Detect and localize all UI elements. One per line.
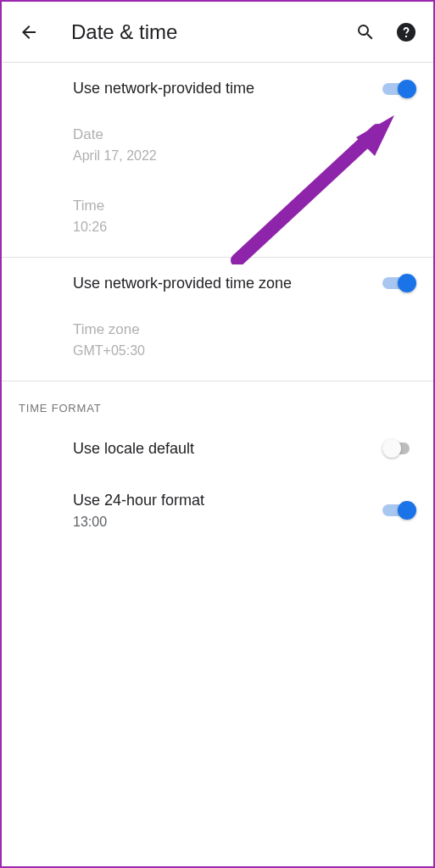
header-actions (355, 22, 416, 42)
app-header: Date & time (2, 2, 433, 63)
timezone-label: Time zone (73, 320, 416, 340)
locale-default-row[interactable]: Use locale default (2, 423, 433, 475)
locale-default-label: Use locale default (73, 438, 194, 459)
settings-content: Use network-provided time Date April 17,… (2, 63, 433, 545)
timezone-row: Time zone GMT+05:30 (2, 309, 433, 381)
use-24hour-row[interactable]: Use 24-hour format 13:00 (2, 475, 433, 545)
back-icon[interactable] (19, 22, 39, 42)
time-row: Time 10:26 (2, 186, 433, 257)
locale-default-toggle[interactable] (382, 439, 416, 458)
timezone-section: Use network-provided time zone Time zone… (2, 258, 433, 381)
time-format-section: TIME FORMAT Use locale default Use 24-ho… (2, 381, 433, 545)
use-24hour-label: Use 24-hour format (73, 490, 204, 511)
network-timezone-label: Use network-provided time zone (73, 273, 292, 294)
date-value: April 17, 2022 (73, 148, 416, 164)
page-title: Date & time (71, 20, 355, 44)
timezone-value: GMT+05:30 (73, 343, 416, 359)
network-time-row[interactable]: Use network-provided time (2, 63, 433, 114)
help-icon[interactable] (396, 22, 416, 42)
time-format-header: TIME FORMAT (2, 381, 433, 423)
search-icon[interactable] (355, 22, 376, 42)
date-row: Date April 17, 2022 (2, 114, 433, 186)
network-time-toggle[interactable] (382, 80, 416, 98)
use-24hour-sublabel: 13:00 (73, 515, 204, 530)
time-label: Time (73, 196, 416, 216)
network-time-label: Use network-provided time (73, 78, 254, 99)
network-timezone-toggle[interactable] (382, 274, 416, 292)
network-timezone-row[interactable]: Use network-provided time zone (2, 258, 433, 309)
use-24hour-toggle[interactable] (382, 501, 416, 520)
date-label: Date (73, 125, 416, 145)
use-24hour-text: Use 24-hour format 13:00 (73, 490, 204, 530)
time-section: Use network-provided time Date April 17,… (2, 63, 433, 258)
time-value: 10:26 (73, 220, 416, 235)
